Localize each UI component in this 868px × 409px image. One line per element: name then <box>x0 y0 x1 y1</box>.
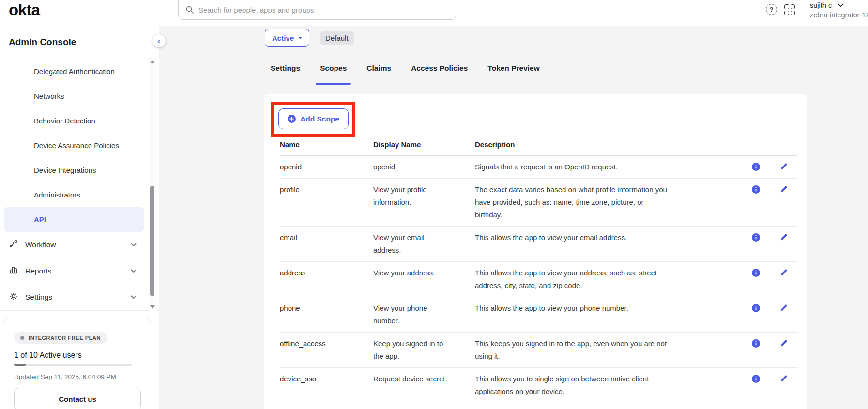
org-name: zebra-integrator-12 <box>810 11 868 19</box>
contact-us-button[interactable]: Contact us <box>14 388 141 409</box>
info-icon[interactable] <box>752 375 760 383</box>
add-scope-button[interactable]: Add Scope <box>278 108 349 129</box>
scope-name: address <box>280 267 373 292</box>
scroll-up-icon[interactable] <box>150 60 155 63</box>
sidebar-item-device-assurance-policies[interactable]: Device Assurance Policies <box>0 133 149 158</box>
plan-updated-timestamp: Updated Sep 11, 2025, 6:04:09 PM <box>14 373 141 380</box>
active-users-count: 1 of 10 Active users <box>14 351 141 360</box>
scope-name: device_sso <box>280 373 373 398</box>
sidebar-item-api[interactable]: API <box>4 207 144 232</box>
scope-description: This allows the app to view your phone n… <box>475 302 669 327</box>
okta-logo: okta <box>9 1 40 19</box>
edit-pencil-icon[interactable] <box>779 269 788 277</box>
scope-description: This allows the app to view your address… <box>475 267 669 292</box>
scope-name: profile <box>280 183 373 221</box>
scope-description: The exact data varies based on what prof… <box>475 183 669 221</box>
scope-name: openid <box>280 161 373 173</box>
table-row-email: emailView your email address.This allows… <box>280 227 797 262</box>
table-row-device-sso: device_ssoRequest device secret.This all… <box>280 368 797 403</box>
gear-icon <box>9 291 18 303</box>
sidebar-item-label: Workflow <box>25 241 56 249</box>
tab-bar: SettingsScopesClaimsAccess PoliciesToken… <box>264 62 807 85</box>
global-search[interactable] <box>178 0 456 20</box>
scope-description: This allows the app to view your email a… <box>475 231 669 257</box>
grid-icon <box>784 4 789 9</box>
plan-badge: INTEGRATOR FREE PLAN <box>14 332 107 344</box>
scope-display-name: View your address. <box>373 267 453 292</box>
table-row-openid: openidopenidSignals that a request is an… <box>280 156 797 179</box>
apps-grid-button[interactable] <box>784 4 795 15</box>
scope-display-name: Keep you signed in to the app. <box>373 337 453 363</box>
sidebar-item-administrators[interactable]: Administrators <box>0 182 149 207</box>
edit-pencil-icon[interactable] <box>779 185 788 194</box>
sidebar-divider <box>0 56 159 56</box>
edit-pencil-icon[interactable] <box>779 304 788 312</box>
scopes-table: Name Display Name Description openidopen… <box>280 136 797 403</box>
info-icon[interactable] <box>752 304 760 312</box>
info-icon[interactable] <box>752 339 760 348</box>
scope-description: This allows you to single sign on betwee… <box>475 373 669 398</box>
scope-display-name: openid <box>373 161 453 173</box>
chevron-left-icon: ‹ <box>158 37 160 45</box>
help-button[interactable]: ? <box>766 4 777 15</box>
scope-name: phone <box>280 302 373 327</box>
scroll-down-icon[interactable] <box>150 305 155 309</box>
caret-down-icon <box>298 37 302 39</box>
tab-access-policies[interactable]: Access Policies <box>411 62 468 85</box>
sidebar-item-delegated-authentication[interactable]: Delegated Authentication <box>0 59 149 84</box>
sidebar-collapse-button[interactable]: ‹ <box>152 34 166 47</box>
sidebar-item-reports[interactable]: Reports <box>0 258 149 284</box>
plan-status-dot-icon <box>20 336 24 340</box>
edit-pencil-icon[interactable] <box>779 375 788 383</box>
scope-description: Signals that a request is an OpenID requ… <box>475 161 669 173</box>
column-header-name: Name <box>280 140 373 149</box>
sidebar-item-label: Settings <box>25 293 52 302</box>
scope-display-name: View your email address. <box>373 231 453 257</box>
reports-icon <box>9 265 18 277</box>
table-body: openidopenidSignals that a request is an… <box>280 156 797 403</box>
tab-scopes[interactable]: Scopes <box>320 62 347 85</box>
sidebar-item-workflow[interactable]: Workflow <box>0 232 149 258</box>
status-dropdown[interactable]: Active <box>265 29 309 47</box>
usage-progress-fill <box>14 364 26 366</box>
status-controls: Active Default <box>265 29 354 47</box>
chevron-down-icon <box>131 269 137 273</box>
sidebar-item-label: Reports <box>25 267 51 275</box>
user-name: sujith c <box>810 1 832 9</box>
table-row-offline-access: offline_accessKeep you signed in to the … <box>280 333 797 368</box>
tab-settings[interactable]: Settings <box>271 62 300 85</box>
topbar: ? sujith c zebra-integrator-12 <box>159 0 868 26</box>
scope-name: offline_access <box>280 337 373 363</box>
plan-badge-label: INTEGRATOR FREE PLAN <box>29 335 101 341</box>
scope-description: This keeps you signed in to the app, eve… <box>475 337 669 363</box>
scope-display-name: View your profile information. <box>373 183 453 221</box>
sidebar-item-settings[interactable]: Settings <box>0 284 149 310</box>
status-dropdown-label: Active <box>272 34 294 42</box>
sidebar-item-device-integrations[interactable]: Device Integrations <box>0 158 149 182</box>
table-row-profile: profileView your profile information.The… <box>280 179 797 227</box>
sidebar-primary-nav: WorkflowReportsSettings <box>0 232 149 310</box>
scope-name: email <box>280 231 373 257</box>
add-scope-label: Add Scope <box>300 115 339 123</box>
table-row-address: addressView your address.This allows the… <box>280 262 797 297</box>
search-input[interactable] <box>198 6 449 14</box>
sidebar-item-networks[interactable]: Networks <box>0 84 149 108</box>
info-icon[interactable] <box>752 233 760 242</box>
scopes-panel: Add Scope Name Display Name Description … <box>264 94 807 409</box>
column-header-description: Description <box>475 140 683 149</box>
tab-token-preview[interactable]: Token Preview <box>487 62 539 85</box>
info-icon[interactable] <box>752 269 760 277</box>
tab-claims[interactable]: Claims <box>366 62 391 85</box>
scrollbar-thumb[interactable] <box>150 186 154 296</box>
plan-card: INTEGRATOR FREE PLAN 1 of 10 Active user… <box>4 318 151 409</box>
plus-circle-icon <box>288 115 296 123</box>
edit-pencil-icon[interactable] <box>779 233 788 242</box>
console-title: Admin Console <box>9 37 76 47</box>
edit-pencil-icon[interactable] <box>779 163 788 171</box>
edit-pencil-icon[interactable] <box>779 339 788 348</box>
user-menu[interactable]: sujith c zebra-integrator-12 <box>810 1 868 19</box>
default-badge: Default <box>320 31 354 45</box>
sidebar-item-behavior-detection[interactable]: Behavior Detection <box>0 108 149 133</box>
info-icon[interactable] <box>752 163 760 171</box>
info-icon[interactable] <box>752 185 760 194</box>
